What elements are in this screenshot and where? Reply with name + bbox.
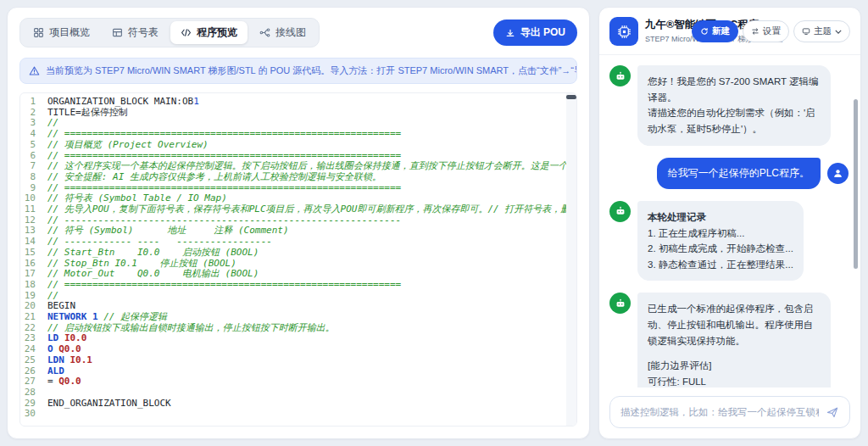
code-scrollbar[interactable] — [566, 93, 576, 426]
line-content: // 先导入POU，复制下面符号表，保存符号表和PLC项目后，再次导入POU即可… — [47, 204, 576, 215]
chat-input-wrapper[interactable] — [609, 396, 850, 428]
code-line: 1ORGANIZATION_BLOCK MAIN:OB1 — [20, 97, 576, 108]
table-icon — [112, 27, 123, 38]
bot-avatar — [609, 293, 631, 314]
bot-message: 您好！我是您的 S7-200 SMART 逻辑编译器。请描述您的自动化控制需求（… — [609, 65, 849, 146]
theme-button[interactable]: 主题 — [793, 20, 850, 42]
refresh-icon — [700, 27, 709, 36]
line-content: // 启动按钮按下或输出自锁时接通输出，停止按钮按下时断开输出。 — [47, 323, 576, 334]
line-content: // Motor_Out Q0.0 电机输出 (BOOL) — [47, 269, 576, 280]
warning-icon — [29, 65, 40, 76]
message-line: 给我写一个起保停的PLC程序。 — [668, 165, 810, 181]
line-number: 21 — [20, 312, 47, 323]
line-content: // 项目概览 (Project Overview) — [47, 140, 576, 151]
wiring-icon — [259, 27, 270, 38]
export-pou-button[interactable]: 导出 POU — [493, 20, 577, 46]
code-editor[interactable]: 1ORGANIZATION_BLOCK MAIN:OB12TITLE=起保停控制… — [19, 92, 577, 426]
line-content: // =====================================… — [47, 280, 576, 291]
message-bubble: 本轮处理记录1. 正在生成程序初稿...2. 初稿生成完成，开始静态检查...3… — [637, 201, 804, 282]
settings-button[interactable]: 设置 — [743, 20, 789, 42]
tab-label: 接线图 — [275, 25, 306, 40]
code-line: 5// 项目概览 (Project Overview) — [20, 140, 576, 151]
app-logo — [609, 17, 638, 46]
theme-label: 主题 — [814, 25, 832, 37]
code-line: 8// 安全提醒: AI 生成内容仅供参考，上机前请人工校验控制逻辑与安全联锁。 — [20, 172, 576, 183]
code-line: 6// ====================================… — [20, 151, 576, 162]
line-number: 25 — [20, 355, 47, 366]
message-line: 本轮处理记录 — [648, 209, 793, 226]
code-line: 27= Q0.0 — [20, 376, 576, 387]
code-line: 29END_ORGANIZATION_BLOCK — [20, 399, 576, 410]
message-line: 请描述您的自动化控制需求（例如：'启动水泵，延时5秒停止'）。 — [648, 105, 821, 137]
line-content — [47, 387, 576, 399]
settings-label: 设置 — [763, 25, 781, 37]
code-preview-panel: 项目概览符号表程序预览接线图 导出 POU 当前预览为 STEP7 Micro/… — [7, 7, 590, 439]
header-buttons: 新建 设置 主题 — [692, 20, 850, 42]
line-number: 1 — [20, 97, 47, 108]
code-line: 28 — [20, 387, 576, 399]
send-button[interactable] — [826, 405, 839, 419]
tab-label: 项目概览 — [49, 25, 90, 40]
code-line: 12// -----------------------------------… — [20, 215, 576, 226]
line-content: // 符号 (Symbol) 地址 注释 (Comment) — [47, 226, 576, 237]
code-line: 23LD I0.0 — [20, 333, 576, 344]
user-avatar — [827, 163, 849, 184]
chat-scrollbar-thumb[interactable] — [854, 99, 858, 269]
line-content: // — [47, 118, 576, 129]
app-subtitle: STEP7 Micro/WIN SMART 梯形图编译器 — [645, 34, 685, 45]
message-line: 可行性: FULL — [648, 374, 821, 387]
grid-icon — [33, 27, 44, 38]
chat-input[interactable] — [620, 407, 819, 417]
tab-code[interactable]: 程序预览 — [170, 21, 248, 44]
code-line: 14// ------------ ---- ----------------- — [20, 237, 576, 248]
line-content: LD I0.0 — [47, 333, 576, 344]
line-number: 8 — [20, 172, 47, 183]
code-line: 20BEGIN — [20, 301, 576, 312]
line-content: LDN I0.1 — [47, 355, 576, 366]
line-content: // 符号表 (Symbol Table / IO Map) — [47, 193, 576, 204]
chevron-down-icon — [835, 30, 842, 34]
chat-panel: 九午®智能编写PLC程序 STEP7 Micro/WIN SMART 梯形图编译… — [598, 7, 861, 439]
bot-message: 已生成一个标准的起保停程序，包含启动、停止按钮和电机输出。程序使用自锁逻辑实现保… — [609, 293, 849, 387]
line-content: // =====================================… — [47, 129, 576, 140]
line-number: 11 — [20, 204, 47, 215]
line-content: // -------------------------------------… — [47, 215, 576, 226]
tab-table[interactable]: 符号表 — [102, 21, 169, 44]
code-line: 3// — [20, 118, 576, 129]
line-content: ORGANIZATION_BLOCK MAIN:OB1 — [47, 97, 576, 108]
new-session-button[interactable]: 新建 — [692, 20, 738, 42]
code-line: 26ALD — [20, 366, 576, 377]
user-message: 给我写一个起保停的PLC程序。 — [609, 158, 849, 189]
chat-scrollbar[interactable] — [854, 59, 858, 387]
bot-message: 本轮处理记录1. 正在生成程序初稿...2. 初稿生成完成，开始静态检查...3… — [609, 201, 849, 282]
line-number: 15 — [20, 248, 47, 259]
new-session-label: 新建 — [712, 25, 730, 37]
tab-grid[interactable]: 项目概览 — [23, 21, 100, 44]
line-content: // 安全提醒: AI 生成内容仅供参考，上机前请人工校验控制逻辑与安全联锁。 — [47, 172, 576, 183]
import-notice-banner: 当前预览为 STEP7 Micro/WIN SMART 梯形图/STL 的 PO… — [19, 58, 577, 84]
line-number: 28 — [20, 387, 47, 399]
tab-label: 符号表 — [128, 25, 159, 40]
settings-icon — [751, 27, 760, 36]
message-bubble: 给我写一个起保停的PLC程序。 — [657, 158, 821, 189]
app-title: 九午®智能编写PLC程序 — [645, 18, 685, 32]
code-line: 17// Motor_Out Q0.0 电机输出 (BOOL) — [20, 269, 576, 280]
chat-messages-area[interactable]: 您好！我是您的 S7-200 SMART 逻辑编译器。请描述您的自动化控制需求（… — [599, 55, 860, 387]
chip-icon — [616, 24, 632, 40]
line-content: // =====================================… — [47, 183, 576, 194]
line-content: ALD — [47, 366, 576, 377]
code-line: 10// 符号表 (Symbol Table / IO Map) — [20, 193, 576, 204]
code-line: 13// 符号 (Symbol) 地址 注释 (Comment) — [20, 226, 576, 237]
bot-avatar — [609, 201, 631, 222]
code-scrollbar-thumb[interactable] — [566, 95, 576, 99]
line-number: 24 — [20, 344, 47, 355]
code-line: 9// ====================================… — [20, 183, 576, 194]
code-line: 11// 先导入POU，复制下面符号表，保存符号表和PLC项目后，再次导入POU… — [20, 204, 576, 215]
line-content: // Start_Btn I0.0 启动按钮 (BOOL) — [47, 248, 576, 259]
line-content: BEGIN — [47, 301, 576, 312]
code-line: 15// Start_Btn I0.0 启动按钮 (BOOL) — [20, 248, 576, 259]
line-content: // — [47, 291, 576, 302]
tab-wiring[interactable]: 接线图 — [249, 21, 316, 44]
line-content: // Stop_Btn I0.1 停止按钮 (BOOL) — [47, 259, 576, 270]
line-content: // =====================================… — [47, 151, 576, 162]
